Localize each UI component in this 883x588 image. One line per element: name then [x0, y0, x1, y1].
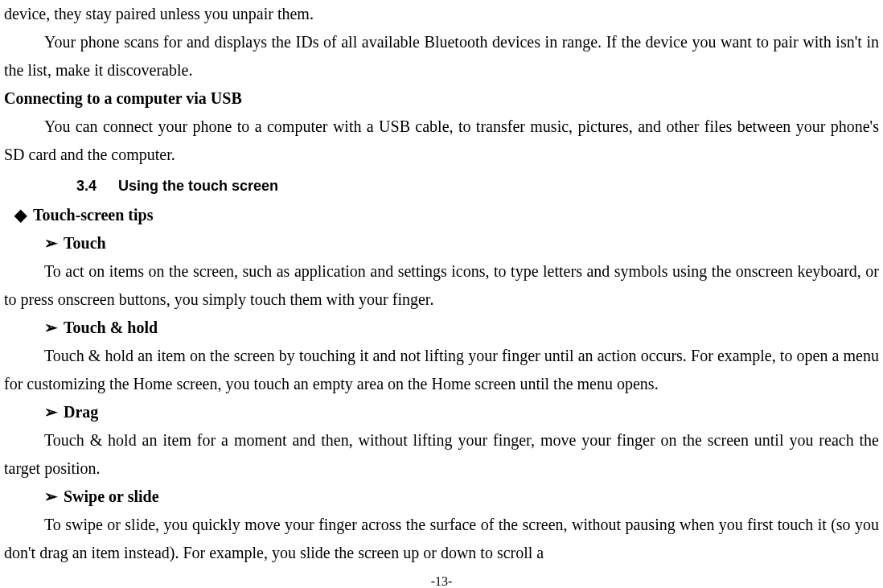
- touch-hold-title: Touch & hold: [64, 319, 158, 336]
- touch-body: To act on items on the screen, such as a…: [4, 257, 879, 314]
- paragraph-fragment-top: device, they stay paired unless you unpa…: [4, 0, 879, 28]
- drag-body: Touch & hold an item for a moment and th…: [4, 426, 879, 483]
- touch-heading: ➢Touch: [4, 229, 879, 257]
- touch-hold-body: Touch & hold an item on the screen by to…: [4, 342, 879, 398]
- swipe-body: To swipe or slide, you quickly move your…: [4, 511, 879, 567]
- section-heading: 3.4Using the touch screen: [76, 169, 879, 201]
- arrow-bullet-icon: ➢: [44, 229, 64, 257]
- drag-title: Drag: [64, 403, 98, 421]
- paragraph-bluetooth-scan: Your phone scans for and displays the ID…: [4, 28, 879, 84]
- touch-hold-heading: ➢Touch & hold: [4, 314, 879, 342]
- touch-title: Touch: [64, 234, 106, 252]
- heading-usb: Connecting to a computer via USB: [4, 84, 879, 113]
- swipe-title: Swipe or slide: [64, 487, 159, 505]
- paragraph-usb: You can connect your phone to a computer…: [4, 113, 879, 169]
- arrow-bullet-icon: ➢: [44, 314, 64, 342]
- drag-heading: ➢Drag: [4, 398, 879, 426]
- tips-title: Touch-screen tips: [33, 206, 153, 224]
- page-number: -13-: [4, 570, 879, 589]
- section-title: Using the touch screen: [118, 178, 278, 194]
- arrow-bullet-icon: ➢: [44, 483, 64, 511]
- diamond-bullet-icon: ◆: [7, 201, 33, 229]
- tips-heading: ◆Touch-screen tips: [4, 201, 879, 229]
- section-number: 3.4: [76, 178, 97, 194]
- swipe-heading: ➢Swipe or slide: [4, 483, 879, 511]
- arrow-bullet-icon: ➢: [44, 398, 64, 426]
